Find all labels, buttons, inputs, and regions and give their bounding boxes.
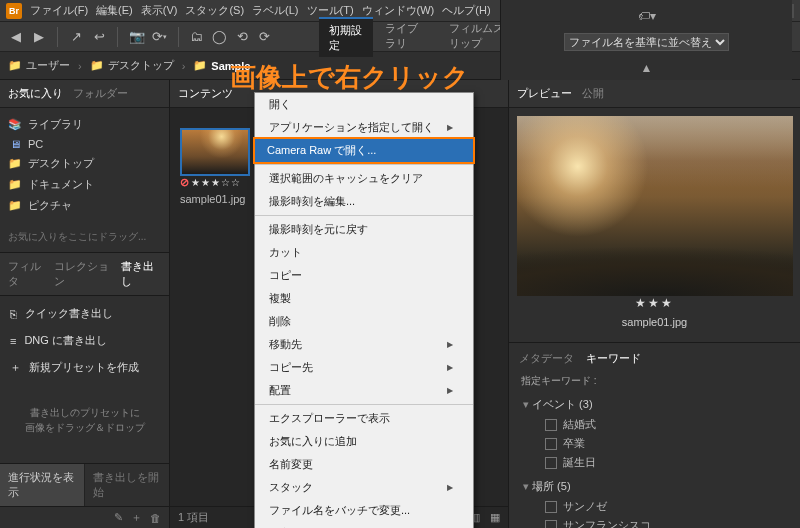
keyword-group-places: 場所 (5) サンノゼ サンフランシスコ bbox=[509, 474, 800, 528]
ctx-item[interactable]: スタック bbox=[255, 476, 473, 499]
tab-filter[interactable]: フィルタ bbox=[8, 259, 48, 289]
tab-export[interactable]: 書き出し bbox=[121, 259, 161, 289]
fav-documents[interactable]: 📁ドキュメント bbox=[8, 174, 161, 195]
kw-group-header[interactable]: イベント (3) bbox=[523, 394, 800, 415]
new-preset[interactable]: ＋新規プリセットを作成 bbox=[0, 354, 169, 381]
filter-options-icon[interactable]: 🏷▾ bbox=[638, 9, 656, 23]
favorites-list: 📚ライブラリ 🖥PC 📁デスクトップ 📁ドキュメント 📁ピクチャ bbox=[0, 108, 169, 222]
ctx-item[interactable]: 選択範囲のキャッシュをクリア bbox=[255, 167, 473, 190]
pc-icon: 🖥 bbox=[8, 138, 22, 150]
reveal-file-icon[interactable]: ↗ bbox=[68, 27, 85, 47]
fav-label: ピクチャ bbox=[28, 198, 72, 213]
dng-export[interactable]: ≡DNG に書き出し bbox=[0, 327, 169, 354]
ctx-item[interactable]: カット bbox=[255, 241, 473, 264]
rotate-ccw-icon[interactable]: ⟲ bbox=[234, 27, 251, 47]
folder-icon: 📁 bbox=[8, 157, 22, 170]
thumbnail-caption: sample01.jpg bbox=[180, 193, 260, 205]
show-progress[interactable]: 進行状況を表示 bbox=[0, 464, 85, 506]
favorites-tabs: お気に入り フォルダー bbox=[0, 80, 169, 108]
tab-favorites[interactable]: お気に入り bbox=[8, 86, 63, 101]
app-logo: Br bbox=[6, 3, 22, 19]
ctx-item[interactable]: ファイル名をバッチで変更... bbox=[255, 499, 473, 522]
ctx-item[interactable]: コピー先 bbox=[255, 356, 473, 379]
ctx-item[interactable]: エクスプローラーで表示 bbox=[255, 407, 473, 430]
tab-metadata[interactable]: メタデータ bbox=[519, 351, 574, 366]
rotate-cw-icon[interactable]: ⟳ bbox=[256, 27, 273, 47]
preview-caption: sample01.jpg bbox=[517, 310, 792, 334]
favorites-hint: お気に入りをここにドラッグ... bbox=[0, 222, 169, 252]
boomerang-icon[interactable]: ↩ bbox=[91, 27, 108, 47]
ctx-item[interactable]: 撮影時刻を編集... bbox=[255, 190, 473, 213]
kw-item[interactable]: 卒業 bbox=[523, 434, 800, 453]
thumbnail-image[interactable] bbox=[180, 128, 250, 176]
ctx-item[interactable]: 撮影時刻を元に戻す bbox=[255, 218, 473, 241]
start-export-button[interactable]: 書き出しを開始 bbox=[85, 464, 169, 506]
menu-label[interactable]: ラベル(L) bbox=[252, 3, 298, 18]
fav-pc[interactable]: 🖥PC bbox=[8, 135, 161, 153]
tab-preview[interactable]: プレビュー bbox=[517, 86, 572, 101]
view-list-icon[interactable]: ▦ bbox=[490, 511, 500, 524]
edit-icon[interactable]: ✎ bbox=[114, 511, 123, 524]
menu-stack[interactable]: スタック(S) bbox=[185, 3, 244, 18]
crumb-users[interactable]: ユーザー bbox=[26, 58, 70, 73]
ctx-item[interactable]: コピー bbox=[255, 264, 473, 287]
export-label: DNG に書き出し bbox=[24, 333, 107, 348]
separator bbox=[57, 27, 58, 47]
thumbnail-item[interactable]: ⊘★★★☆☆ sample01.jpg bbox=[180, 128, 260, 205]
refine-icon[interactable]: ⟳▾ bbox=[151, 27, 168, 47]
tab-content[interactable]: コンテンツ bbox=[178, 86, 233, 101]
tab-keywords[interactable]: キーワード bbox=[586, 351, 641, 366]
crumb-sep: › bbox=[78, 60, 82, 72]
folder-icon: 📁 bbox=[90, 59, 104, 72]
sort-asc-icon[interactable]: ▲ bbox=[641, 61, 653, 75]
fav-desktop[interactable]: 📁デスクトップ bbox=[8, 153, 161, 174]
sort-select[interactable]: ファイル名を基準に並べ替え bbox=[564, 33, 729, 51]
kw-item[interactable]: 結婚式 bbox=[523, 415, 800, 434]
export-drop-hint: 書き出しのプリセットに 画像をドラッグ＆ドロップ bbox=[0, 385, 169, 455]
open-recent-icon[interactable]: 🗂 bbox=[188, 27, 205, 47]
ctx-item[interactable]: 設定を作成 bbox=[255, 522, 473, 528]
menu-file[interactable]: ファイル(F) bbox=[30, 3, 88, 18]
workspace-essentials[interactable]: 初期設定 bbox=[319, 17, 373, 57]
camera-raw-icon[interactable]: ◯ bbox=[211, 27, 228, 47]
kw-item[interactable]: サンフランシスコ bbox=[523, 516, 800, 528]
crumb-desktop[interactable]: デスクトップ bbox=[108, 58, 174, 73]
nav-forward-icon[interactable]: ▶ bbox=[31, 27, 48, 47]
menu-view[interactable]: 表示(V) bbox=[141, 3, 178, 18]
trash-icon[interactable]: 🗑 bbox=[150, 512, 161, 524]
quick-export[interactable]: ⎘クイック書き出し bbox=[0, 300, 169, 327]
export-list: ⎘クイック書き出し ≡DNG に書き出し ＋新規プリセットを作成 bbox=[0, 296, 169, 385]
context-menu[interactable]: 開くアプリケーションを指定して開くCamera Raw で開く...選択範囲のキ… bbox=[254, 92, 474, 528]
tab-collection[interactable]: コレクション bbox=[54, 259, 114, 289]
crumb-current[interactable]: Sample bbox=[211, 60, 250, 72]
ctx-item[interactable]: 配置 bbox=[255, 379, 473, 402]
ctx-item[interactable]: 移動先 bbox=[255, 333, 473, 356]
kw-group-header[interactable]: 場所 (5) bbox=[523, 476, 800, 497]
fav-pictures[interactable]: 📁ピクチャ bbox=[8, 195, 161, 216]
ctx-item[interactable]: 削除 bbox=[255, 310, 473, 333]
ctx-item[interactable]: 名前変更 bbox=[255, 453, 473, 476]
nav-back-icon[interactable]: ◀ bbox=[8, 27, 25, 47]
tab-folders[interactable]: フォルダー bbox=[73, 86, 128, 101]
right-panel: プレビュー 公開 ★★★ sample01.jpg メタデータ キーワード 指定… bbox=[508, 80, 800, 528]
ctx-item[interactable]: 複製 bbox=[255, 287, 473, 310]
folder-icon: 📁 bbox=[8, 178, 22, 191]
add-icon[interactable]: ＋ bbox=[131, 510, 142, 525]
ctx-item[interactable]: 開く bbox=[255, 93, 473, 116]
tab-publish[interactable]: 公開 bbox=[582, 86, 604, 101]
kw-item[interactable]: サンノゼ bbox=[523, 497, 800, 516]
separator bbox=[117, 27, 118, 47]
metadata-tabs: メタデータ キーワード bbox=[509, 342, 800, 370]
menu-edit[interactable]: 編集(E) bbox=[96, 3, 133, 18]
get-photos-icon[interactable]: 📷 bbox=[128, 27, 145, 47]
crumb-sep: › bbox=[182, 60, 186, 72]
workspace-library[interactable]: ライブラリ bbox=[375, 17, 437, 57]
ctx-item[interactable]: お気に入りに追加 bbox=[255, 430, 473, 453]
breadcrumb[interactable]: 📁 ユーザー › 📁 デスクトップ › 📁 Sample bbox=[8, 58, 250, 73]
preview-image[interactable] bbox=[517, 116, 793, 296]
preview-rating[interactable]: ★★★ bbox=[517, 296, 792, 310]
ctx-item[interactable]: Camera Raw で開く... bbox=[253, 137, 475, 164]
kw-item[interactable]: 誕生日 bbox=[523, 453, 800, 472]
ctx-item[interactable]: アプリケーションを指定して開く bbox=[255, 116, 473, 139]
fav-library[interactable]: 📚ライブラリ bbox=[8, 114, 161, 135]
